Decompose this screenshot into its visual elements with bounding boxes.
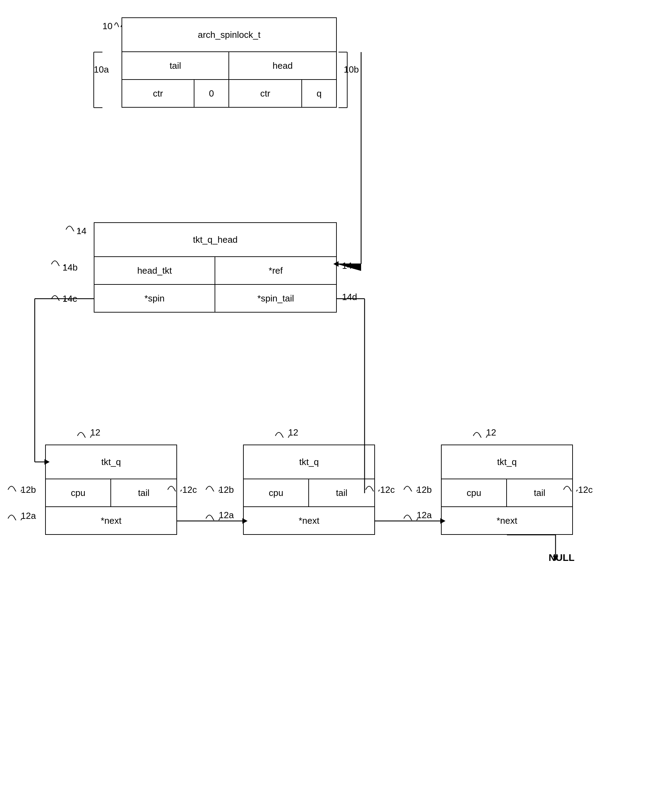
tktq1-label: tkt_q	[101, 457, 121, 467]
squiggle-12a-3	[402, 510, 423, 520]
q-label: q	[317, 88, 322, 99]
tktq1-cpu-box: cpu	[45, 479, 111, 507]
squiggle-12c-2	[364, 481, 385, 492]
squiggle-14b	[50, 256, 70, 266]
tktq2-tail-label: tail	[336, 488, 347, 498]
ref-label: *ref	[269, 265, 283, 276]
squiggle-12b-1	[6, 481, 27, 492]
tktq2-cpu-label: cpu	[269, 488, 283, 498]
tktq2-label: tkt_q	[299, 457, 319, 467]
squiggle-12-2	[274, 427, 294, 438]
ctr-label-1: ctr	[153, 88, 163, 99]
tktq2-cpu-box: cpu	[243, 479, 309, 507]
squiggle-12c-3	[562, 481, 582, 492]
arrows-svg	[0, 0, 667, 812]
label-14d: 14d	[342, 292, 357, 302]
tkt-q-head-title-box: tkt_q_head	[94, 222, 337, 257]
tail-label-1: tail	[169, 60, 181, 71]
arch-spinlock-head-box: head	[229, 52, 337, 80]
squiggle-14	[64, 221, 85, 231]
tktq1-next-label: *next	[101, 515, 121, 526]
spin-tail-label: *spin_tail	[257, 293, 294, 304]
spin-label: *spin	[144, 293, 164, 304]
tkt-q-head-spintail-box: *spin_tail	[215, 285, 337, 312]
tktq3-title-box: tkt_q	[441, 445, 573, 479]
tktq3-next-label: *next	[496, 515, 517, 526]
tkt-q-head-ref-box: *ref	[215, 257, 337, 285]
head-tkt-label: head_tkt	[137, 265, 172, 276]
tktq3-tail-label: tail	[534, 488, 545, 498]
tktq1-tail-label: tail	[138, 488, 149, 498]
tktq2-title-box: tkt_q	[243, 445, 375, 479]
tktq3-next-box: *next	[441, 507, 573, 535]
squiggle-12b-2	[204, 481, 225, 492]
squiggle-12a-2	[204, 510, 225, 520]
zero-label: 0	[209, 88, 214, 99]
tktq3-cpu-box: cpu	[441, 479, 507, 507]
label-14a: 14a	[342, 261, 357, 271]
head-label-1: head	[272, 60, 293, 71]
tkt-q-head-label: tkt_q_head	[193, 234, 238, 245]
tktq1-next-box: *next	[45, 507, 177, 535]
tktq2-next-label: *next	[299, 515, 319, 526]
arch-spinlock-q-box: q	[302, 80, 337, 108]
squiggle-12-1	[76, 427, 96, 438]
squiggle-12a-1	[6, 510, 27, 520]
arch-spinlock-ctr1-box: ctr	[121, 80, 194, 108]
ctr-label-2: ctr	[260, 88, 270, 99]
tkt-q-head-headtkt-box: head_tkt	[94, 257, 215, 285]
squiggle-12b-3	[402, 481, 423, 492]
arch-spinlock-ctr2-box: ctr	[229, 80, 302, 108]
diagram: arch_spinlock_t tail head ctr 0 ctr q 10…	[0, 0, 667, 812]
tktq1-cpu-label: cpu	[71, 488, 85, 498]
arch-spinlock-tail-box: tail	[121, 52, 229, 80]
squiggle-14c	[50, 291, 70, 301]
tktq3-cpu-label: cpu	[467, 488, 481, 498]
tktq1-title-box: tkt_q	[45, 445, 177, 479]
squiggle-12c-1	[166, 481, 187, 492]
arch-spinlock-zero-box: 0	[194, 80, 229, 108]
squiggle-10	[104, 17, 125, 27]
null-label: NULL	[549, 552, 575, 563]
tkt-q-head-spin-box: *spin	[94, 285, 215, 312]
squiggle-12-3	[471, 427, 492, 438]
tktq2-next-box: *next	[243, 507, 375, 535]
arch-spinlock-label: arch_spinlock_t	[198, 30, 261, 40]
tktq3-label: tkt_q	[497, 457, 517, 467]
label-10a: 10a	[94, 64, 109, 75]
label-10b: 10b	[344, 64, 359, 75]
arch-spinlock-title-box: arch_spinlock_t	[121, 17, 337, 52]
